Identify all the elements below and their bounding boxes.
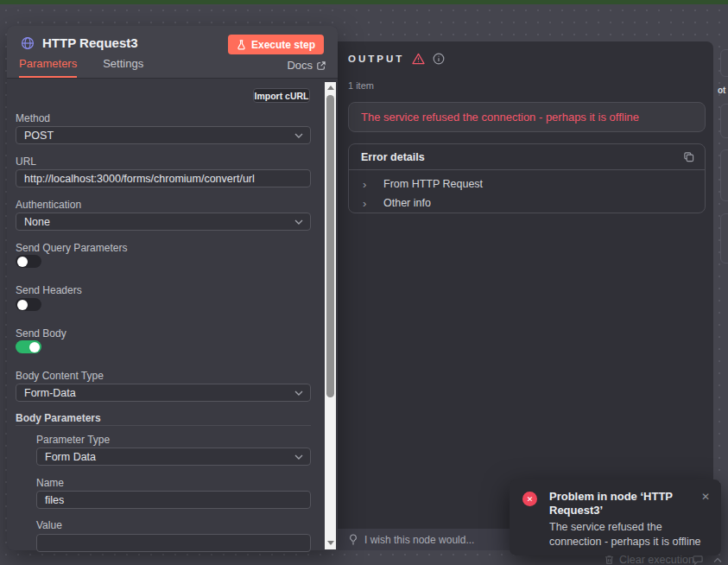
send-body-toggle[interactable] xyxy=(16,340,41,353)
method-select[interactable]: POST xyxy=(16,126,311,144)
scrollbar-up-arrow[interactable] xyxy=(325,82,336,93)
error-details-card: Error details › From HTTP Request › Othe… xyxy=(348,143,706,213)
toast-title: Problem in node ‘HTTP Request3’ xyxy=(549,490,687,517)
node-panel-header: HTTP Request3 Execute step Parameters Se… xyxy=(7,26,338,79)
background-node-fragment xyxy=(720,104,728,138)
chevron-right-icon: › xyxy=(363,197,383,210)
external-link-icon xyxy=(317,61,326,70)
error-circle-icon: ✕ xyxy=(522,492,537,506)
wish-placeholder: I wish this node would... xyxy=(364,534,474,546)
value-label: Value xyxy=(36,519,62,531)
authentication-label: Authentication xyxy=(16,199,81,211)
error-details-row-other-info[interactable]: › Other info xyxy=(349,193,705,213)
chevron-down-icon xyxy=(294,133,303,138)
send-headers-toggle[interactable] xyxy=(16,298,41,311)
import-curl-button[interactable]: Import cURL xyxy=(253,88,310,103)
scrollbar-down-arrow[interactable] xyxy=(325,537,336,549)
background-node-fragment xyxy=(720,213,728,263)
flask-icon xyxy=(237,40,246,50)
parameter-type-label: Parameter Type xyxy=(36,434,110,446)
name-input[interactable]: files xyxy=(36,491,311,509)
method-label: Method xyxy=(16,112,50,124)
send-body-label: Send Body xyxy=(16,327,66,340)
trash-icon xyxy=(605,555,614,565)
tab-settings[interactable]: Settings xyxy=(103,57,143,78)
node-detail-panel: HTTP Request3 Execute step Parameters Se… xyxy=(7,26,338,550)
url-input[interactable]: http://localhost:3000/forms/chromium/con… xyxy=(16,169,311,187)
output-panel-title: OUTPUT xyxy=(348,54,404,64)
chevron-down-icon xyxy=(294,219,303,225)
lightbulb-icon xyxy=(349,534,358,545)
authentication-select[interactable]: None xyxy=(16,213,311,231)
copy-icon[interactable] xyxy=(683,151,694,162)
chevron-right-icon: › xyxy=(363,178,383,191)
globe-icon xyxy=(21,36,35,50)
toast-message: The service refused the connection - per… xyxy=(549,520,705,549)
scrollbar-thumb[interactable] xyxy=(326,95,334,397)
docs-link[interactable]: Docs xyxy=(287,59,326,72)
tab-parameters[interactable]: Parameters xyxy=(19,57,77,78)
section-divider xyxy=(16,425,311,426)
error-details-title: Error details xyxy=(361,151,683,163)
error-toast: ✕ Problem in node ‘HTTP Request3’ ✕ The … xyxy=(510,479,721,555)
body-content-type-label: Body Content Type xyxy=(16,370,104,382)
panel-scrollbar[interactable] xyxy=(325,82,336,549)
background-node-fragment xyxy=(720,49,728,77)
chat-icon[interactable] xyxy=(693,555,703,565)
url-label: URL xyxy=(16,156,36,168)
output-error-message: The service refused the connection - per… xyxy=(361,111,639,124)
body-parameters-section-label: Body Parameters xyxy=(16,412,101,424)
background-text-fragment: ot xyxy=(718,86,725,95)
top-status-bar xyxy=(0,0,728,4)
body-content-type-select[interactable]: Form-Data xyxy=(16,384,311,402)
parameter-type-select[interactable]: Form Data xyxy=(36,448,311,466)
chevron-down-icon xyxy=(294,454,303,460)
warning-triangle-icon xyxy=(412,53,425,65)
node-title: HTTP Request3 xyxy=(42,35,138,50)
send-headers-label: Send Headers xyxy=(16,284,82,296)
info-circle-icon[interactable] xyxy=(433,53,445,65)
output-panel: OUTPUT 1 item The service refused the co… xyxy=(338,41,713,529)
output-error-banner: The service refused the connection - per… xyxy=(348,102,706,132)
send-query-parameters-label: Send Query Parameters xyxy=(16,242,127,254)
send-query-parameters-toggle[interactable] xyxy=(16,255,41,268)
toast-close-icon[interactable]: ✕ xyxy=(701,491,710,503)
execute-step-button[interactable]: Execute step xyxy=(228,35,324,54)
error-details-row-from-http-request[interactable]: › From HTTP Request xyxy=(349,174,705,194)
name-label: Name xyxy=(36,477,64,489)
app-root: ot Clear execution OUTPUT xyxy=(0,0,728,565)
background-node-fragment xyxy=(720,149,728,201)
value-input[interactable] xyxy=(36,534,311,552)
output-item-count: 1 item xyxy=(348,80,374,91)
chevron-down-icon xyxy=(294,390,303,396)
chevron-up-icon[interactable] xyxy=(713,557,722,563)
